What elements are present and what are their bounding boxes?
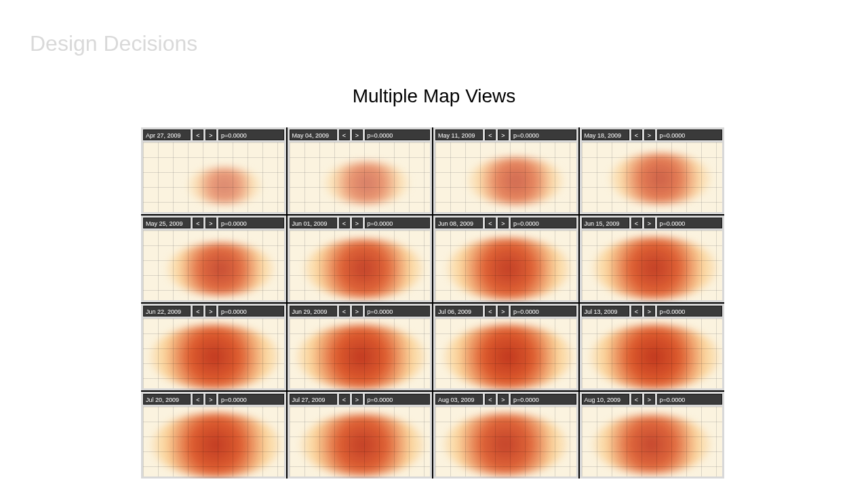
prev-button[interactable]: < [485, 129, 496, 140]
map-cell: Jun 08, 2009<>p=0.0000 [433, 216, 578, 302]
us-map [290, 319, 431, 388]
state-gridlines [435, 319, 576, 388]
p-value-label: p=0.0000 [365, 218, 431, 228]
slide: Design Decisions Multiple Map Views Apr … [0, 0, 868, 488]
us-map [143, 319, 284, 388]
us-map [435, 230, 576, 300]
map-cell-header: Aug 03, 2009<>p=0.0000 [435, 394, 576, 405]
next-button[interactable]: > [352, 129, 363, 140]
map-cell: Jun 29, 2009<>p=0.0000 [288, 304, 433, 390]
next-button[interactable]: > [644, 394, 655, 405]
prev-button[interactable]: < [193, 218, 203, 228]
prev-button[interactable]: < [485, 218, 496, 228]
map-cell-header: Jun 15, 2009<>p=0.0000 [582, 218, 723, 228]
prev-button[interactable]: < [485, 306, 496, 317]
state-gridlines [143, 319, 284, 388]
map-cell: Jun 22, 2009<>p=0.0000 [141, 304, 286, 390]
next-button[interactable]: > [352, 218, 363, 228]
map-date-label: Aug 10, 2009 [582, 394, 629, 405]
prev-button[interactable]: < [339, 394, 350, 405]
map-cell: Jun 01, 2009<>p=0.0000 [288, 216, 433, 302]
map-date-label: Jun 08, 2009 [435, 218, 483, 228]
us-map [290, 230, 431, 300]
map-date-label: May 04, 2009 [290, 129, 337, 140]
state-gridlines [290, 319, 431, 388]
map-date-label: Jul 20, 2009 [143, 394, 191, 405]
section-heading: Design Decisions [30, 31, 197, 56]
prev-button[interactable]: < [631, 306, 642, 317]
map-cell-header: Jun 22, 2009<>p=0.0000 [143, 306, 284, 317]
p-value-label: p=0.0000 [218, 394, 284, 405]
map-grid: Apr 27, 2009<>p=0.0000May 04, 2009<>p=0.… [141, 127, 724, 479]
prev-button[interactable]: < [193, 306, 203, 317]
next-button[interactable]: > [644, 218, 655, 228]
map-date-label: Jun 15, 2009 [582, 218, 629, 228]
prev-button[interactable]: < [485, 394, 496, 405]
map-cell-header: Jul 27, 2009<>p=0.0000 [290, 394, 431, 405]
map-cell-header: Jul 13, 2009<>p=0.0000 [582, 306, 723, 317]
map-cell: Jul 27, 2009<>p=0.0000 [288, 392, 433, 479]
us-map [435, 407, 576, 476]
map-date-label: Jul 27, 2009 [290, 394, 337, 405]
p-value-label: p=0.0000 [657, 394, 723, 405]
prev-button[interactable]: < [631, 129, 642, 140]
p-value-label: p=0.0000 [218, 129, 284, 140]
map-cell: May 04, 2009<>p=0.0000 [288, 127, 433, 214]
next-button[interactable]: > [205, 394, 216, 405]
p-value-label: p=0.0000 [511, 218, 576, 228]
prev-button[interactable]: < [339, 306, 350, 317]
us-map [435, 142, 576, 212]
map-cell: Jul 13, 2009<>p=0.0000 [580, 304, 725, 390]
next-button[interactable]: > [498, 306, 509, 317]
map-cell-header: Jun 29, 2009<>p=0.0000 [290, 306, 431, 317]
state-gridlines [290, 407, 431, 476]
prev-button[interactable]: < [631, 218, 642, 228]
prev-button[interactable]: < [193, 394, 203, 405]
p-value-label: p=0.0000 [365, 129, 431, 140]
state-gridlines [582, 407, 723, 476]
p-value-label: p=0.0000 [511, 306, 576, 317]
map-cell-header: May 11, 2009<>p=0.0000 [435, 129, 576, 140]
next-button[interactable]: > [352, 306, 363, 317]
map-cell: Jul 06, 2009<>p=0.0000 [433, 304, 578, 390]
state-gridlines [582, 142, 723, 212]
p-value-label: p=0.0000 [511, 129, 576, 140]
next-button[interactable]: > [644, 306, 655, 317]
next-button[interactable]: > [205, 129, 216, 140]
us-map [582, 407, 723, 476]
prev-button[interactable]: < [339, 218, 350, 228]
map-cell: Aug 03, 2009<>p=0.0000 [433, 392, 578, 479]
next-button[interactable]: > [498, 218, 509, 228]
us-map [582, 319, 723, 388]
map-date-label: Jun 01, 2009 [290, 218, 337, 228]
map-date-label: Apr 27, 2009 [143, 129, 191, 140]
next-button[interactable]: > [498, 394, 509, 405]
map-cell-header: Jun 01, 2009<>p=0.0000 [290, 218, 431, 228]
map-date-label: Aug 03, 2009 [435, 394, 483, 405]
us-map [435, 319, 576, 388]
state-gridlines [435, 142, 576, 212]
state-gridlines [582, 319, 723, 388]
map-date-label: Jul 06, 2009 [435, 306, 483, 317]
next-button[interactable]: > [205, 218, 216, 228]
state-gridlines [290, 142, 431, 212]
map-cell: Aug 10, 2009<>p=0.0000 [580, 392, 725, 479]
map-cell-header: Jul 20, 2009<>p=0.0000 [143, 394, 284, 405]
p-value-label: p=0.0000 [218, 306, 284, 317]
p-value-label: p=0.0000 [365, 394, 431, 405]
map-cell: May 25, 2009<>p=0.0000 [141, 216, 286, 302]
prev-button[interactable]: < [631, 394, 642, 405]
next-button[interactable]: > [352, 394, 363, 405]
next-button[interactable]: > [498, 129, 509, 140]
map-cell-header: May 25, 2009<>p=0.0000 [143, 218, 284, 228]
next-button[interactable]: > [644, 129, 655, 140]
prev-button[interactable]: < [193, 129, 203, 140]
us-map [143, 230, 284, 300]
map-cell-header: May 04, 2009<>p=0.0000 [290, 129, 431, 140]
next-button[interactable]: > [205, 306, 216, 317]
us-map [290, 407, 431, 476]
map-cell: Apr 27, 2009<>p=0.0000 [141, 127, 286, 214]
map-date-label: Jun 22, 2009 [143, 306, 191, 317]
prev-button[interactable]: < [339, 129, 350, 140]
state-gridlines [290, 230, 431, 300]
